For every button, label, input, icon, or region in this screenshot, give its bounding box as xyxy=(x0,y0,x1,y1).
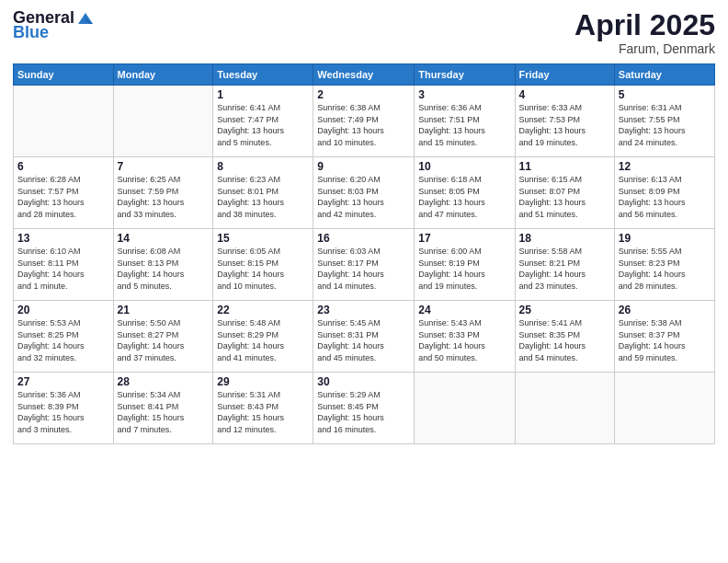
day-info: Sunrise: 6:36 AM Sunset: 7:51 PM Dayligh… xyxy=(418,102,510,148)
calendar-header-tuesday: Tuesday xyxy=(213,64,313,86)
calendar-day: 15Sunrise: 6:05 AM Sunset: 8:15 PM Dayli… xyxy=(213,229,313,301)
page-container: General Blue April 2025 Farum, Denmark S… xyxy=(0,0,728,563)
day-info: Sunrise: 5:41 AM Sunset: 8:35 PM Dayligh… xyxy=(519,317,610,363)
calendar-day: 24Sunrise: 5:43 AM Sunset: 8:33 PM Dayli… xyxy=(415,301,515,373)
day-number: 23 xyxy=(317,304,410,316)
day-number: 4 xyxy=(519,88,610,101)
day-info: Sunrise: 5:36 AM Sunset: 8:39 PM Dayligh… xyxy=(17,389,109,435)
day-info: Sunrise: 6:05 AM Sunset: 8:15 PM Dayligh… xyxy=(217,246,309,292)
calendar-header-wednesday: Wednesday xyxy=(313,64,415,86)
day-number: 30 xyxy=(317,375,410,388)
day-number: 26 xyxy=(619,304,711,316)
calendar-day: 20Sunrise: 5:53 AM Sunset: 8:25 PM Dayli… xyxy=(14,301,114,373)
day-number: 16 xyxy=(317,232,410,245)
day-info: Sunrise: 5:58 AM Sunset: 8:21 PM Dayligh… xyxy=(519,246,610,292)
calendar-day: 14Sunrise: 6:08 AM Sunset: 8:13 PM Dayli… xyxy=(113,229,213,301)
location: Farum, Denmark xyxy=(574,41,715,56)
day-info: Sunrise: 6:38 AM Sunset: 7:49 PM Dayligh… xyxy=(317,102,410,148)
day-number: 6 xyxy=(17,160,109,173)
calendar-day: 3Sunrise: 6:36 AM Sunset: 7:51 PM Daylig… xyxy=(415,86,515,157)
calendar-header-friday: Friday xyxy=(515,64,614,86)
day-info: Sunrise: 6:20 AM Sunset: 8:03 PM Dayligh… xyxy=(317,174,410,220)
calendar-header-row: SundayMondayTuesdayWednesdayThursdayFrid… xyxy=(14,64,715,86)
day-number: 2 xyxy=(317,88,410,101)
calendar-day: 1Sunrise: 6:41 AM Sunset: 7:47 PM Daylig… xyxy=(213,86,313,157)
day-info: Sunrise: 6:23 AM Sunset: 8:01 PM Dayligh… xyxy=(217,174,309,220)
calendar-day: 19Sunrise: 5:55 AM Sunset: 8:23 PM Dayli… xyxy=(614,229,714,301)
day-number: 22 xyxy=(217,304,309,316)
calendar-day: 13Sunrise: 6:10 AM Sunset: 8:11 PM Dayli… xyxy=(14,229,114,301)
day-info: Sunrise: 5:45 AM Sunset: 8:31 PM Dayligh… xyxy=(317,317,410,363)
day-info: Sunrise: 5:50 AM Sunset: 8:27 PM Dayligh… xyxy=(118,317,210,363)
calendar-header-sunday: Sunday xyxy=(14,64,114,86)
header: General Blue April 2025 Farum, Denmark xyxy=(13,9,715,56)
day-number: 9 xyxy=(317,160,410,173)
calendar-day: 9Sunrise: 6:20 AM Sunset: 8:03 PM Daylig… xyxy=(313,157,415,229)
calendar-day xyxy=(614,373,714,444)
day-number: 19 xyxy=(619,232,711,245)
calendar-week-3: 13Sunrise: 6:10 AM Sunset: 8:11 PM Dayli… xyxy=(14,229,715,301)
calendar-week-1: 1Sunrise: 6:41 AM Sunset: 7:47 PM Daylig… xyxy=(14,86,715,157)
day-info: Sunrise: 6:10 AM Sunset: 8:11 PM Dayligh… xyxy=(17,246,109,292)
calendar-header-saturday: Saturday xyxy=(614,64,714,86)
day-number: 5 xyxy=(619,88,711,101)
day-info: Sunrise: 6:15 AM Sunset: 8:07 PM Dayligh… xyxy=(519,174,610,220)
calendar-table: SundayMondayTuesdayWednesdayThursdayFrid… xyxy=(13,63,715,444)
calendar-week-4: 20Sunrise: 5:53 AM Sunset: 8:25 PM Dayli… xyxy=(14,301,715,373)
day-number: 29 xyxy=(217,375,309,388)
day-info: Sunrise: 6:13 AM Sunset: 8:09 PM Dayligh… xyxy=(619,174,711,220)
day-number: 28 xyxy=(118,375,210,388)
month-title: April 2025 xyxy=(574,9,715,41)
day-number: 14 xyxy=(118,232,210,245)
day-info: Sunrise: 6:18 AM Sunset: 8:05 PM Dayligh… xyxy=(418,174,510,220)
day-info: Sunrise: 6:00 AM Sunset: 8:19 PM Dayligh… xyxy=(418,246,510,292)
day-number: 17 xyxy=(418,232,510,245)
calendar-day: 27Sunrise: 5:36 AM Sunset: 8:39 PM Dayli… xyxy=(14,373,114,444)
day-number: 20 xyxy=(17,304,109,316)
calendar-day: 17Sunrise: 6:00 AM Sunset: 8:19 PM Dayli… xyxy=(415,229,515,301)
calendar-day: 29Sunrise: 5:31 AM Sunset: 8:43 PM Dayli… xyxy=(213,373,313,444)
day-info: Sunrise: 5:55 AM Sunset: 8:23 PM Dayligh… xyxy=(619,246,711,292)
logo-blue-text: Blue xyxy=(13,24,95,42)
day-info: Sunrise: 5:43 AM Sunset: 8:33 PM Dayligh… xyxy=(418,317,510,363)
day-info: Sunrise: 5:38 AM Sunset: 8:37 PM Dayligh… xyxy=(619,317,711,363)
calendar-week-5: 27Sunrise: 5:36 AM Sunset: 8:39 PM Dayli… xyxy=(14,373,715,444)
day-info: Sunrise: 6:08 AM Sunset: 8:13 PM Dayligh… xyxy=(118,246,210,292)
day-info: Sunrise: 5:48 AM Sunset: 8:29 PM Dayligh… xyxy=(217,317,309,363)
calendar-day xyxy=(415,373,515,444)
day-number: 7 xyxy=(118,160,210,173)
day-number: 11 xyxy=(519,160,610,173)
day-info: Sunrise: 6:03 AM Sunset: 8:17 PM Dayligh… xyxy=(317,246,410,292)
day-info: Sunrise: 5:31 AM Sunset: 8:43 PM Dayligh… xyxy=(217,389,309,435)
calendar-day: 18Sunrise: 5:58 AM Sunset: 8:21 PM Dayli… xyxy=(515,229,614,301)
day-number: 12 xyxy=(619,160,711,173)
calendar-day: 28Sunrise: 5:34 AM Sunset: 8:41 PM Dayli… xyxy=(113,373,213,444)
calendar-day: 6Sunrise: 6:28 AM Sunset: 7:57 PM Daylig… xyxy=(14,157,114,229)
day-info: Sunrise: 6:33 AM Sunset: 7:53 PM Dayligh… xyxy=(519,102,610,148)
calendar-day: 25Sunrise: 5:41 AM Sunset: 8:35 PM Dayli… xyxy=(515,301,614,373)
day-number: 18 xyxy=(519,232,610,245)
day-number: 10 xyxy=(418,160,510,173)
calendar-day: 4Sunrise: 6:33 AM Sunset: 7:53 PM Daylig… xyxy=(515,86,614,157)
calendar-header-monday: Monday xyxy=(113,64,213,86)
calendar-day: 10Sunrise: 6:18 AM Sunset: 8:05 PM Dayli… xyxy=(415,157,515,229)
calendar-day: 12Sunrise: 6:13 AM Sunset: 8:09 PM Dayli… xyxy=(614,157,714,229)
calendar-day: 22Sunrise: 5:48 AM Sunset: 8:29 PM Dayli… xyxy=(213,301,313,373)
day-number: 27 xyxy=(17,375,109,388)
title-section: April 2025 Farum, Denmark xyxy=(574,9,715,56)
day-number: 15 xyxy=(217,232,309,245)
calendar-day xyxy=(14,86,114,157)
day-info: Sunrise: 6:28 AM Sunset: 7:57 PM Dayligh… xyxy=(17,174,109,220)
calendar-day: 5Sunrise: 6:31 AM Sunset: 7:55 PM Daylig… xyxy=(614,86,714,157)
calendar-day: 21Sunrise: 5:50 AM Sunset: 8:27 PM Dayli… xyxy=(113,301,213,373)
day-info: Sunrise: 6:25 AM Sunset: 7:59 PM Dayligh… xyxy=(118,174,210,220)
logo: General Blue xyxy=(13,9,95,42)
calendar-day xyxy=(515,373,614,444)
day-number: 3 xyxy=(418,88,510,101)
day-number: 24 xyxy=(418,304,510,316)
calendar-day: 11Sunrise: 6:15 AM Sunset: 8:07 PM Dayli… xyxy=(515,157,614,229)
day-info: Sunrise: 5:29 AM Sunset: 8:45 PM Dayligh… xyxy=(317,389,410,435)
calendar-header-thursday: Thursday xyxy=(415,64,515,86)
calendar-day: 16Sunrise: 6:03 AM Sunset: 8:17 PM Dayli… xyxy=(313,229,415,301)
day-info: Sunrise: 6:41 AM Sunset: 7:47 PM Dayligh… xyxy=(217,102,309,148)
